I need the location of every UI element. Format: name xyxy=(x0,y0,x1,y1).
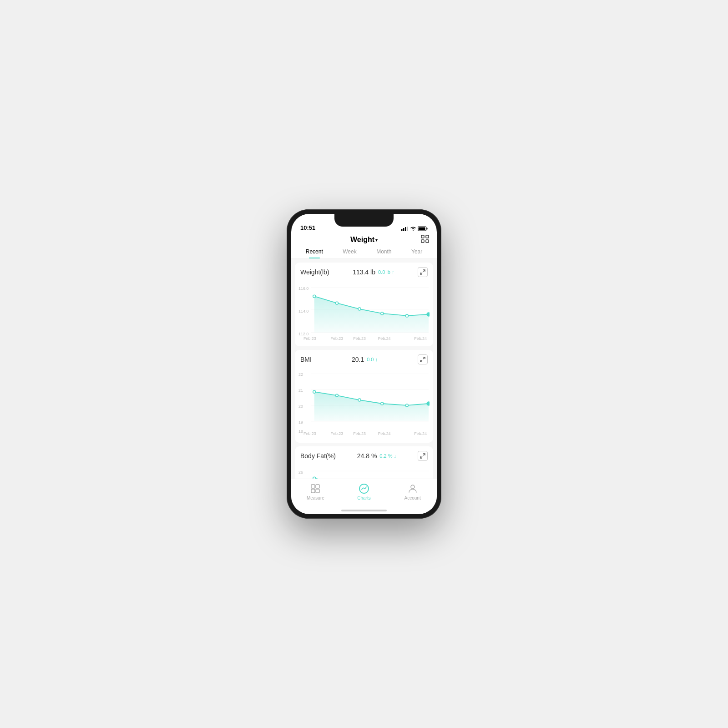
svg-rect-3 xyxy=(407,227,408,231)
svg-text:22: 22 xyxy=(298,372,303,377)
svg-text:20: 20 xyxy=(298,404,303,409)
svg-text:Feb.23: Feb.23 xyxy=(303,431,316,436)
svg-rect-69 xyxy=(311,485,315,488)
weight-chart-svg: 116.0 114.0 112.0 xyxy=(298,282,430,341)
account-label: Account xyxy=(404,495,421,500)
bodyfat-title: Body Fat(%) xyxy=(300,452,336,460)
svg-rect-9 xyxy=(421,240,424,243)
bmi-value-area: 20.1 0.0 ↑ xyxy=(352,356,378,363)
scroll-content[interactable]: Weight(lb) 113.4 lb 0.0 lb ↑ xyxy=(291,259,437,479)
svg-point-44 xyxy=(381,402,384,405)
svg-rect-70 xyxy=(316,485,319,488)
bmi-change: 0.0 ↑ xyxy=(367,357,378,362)
svg-point-19 xyxy=(313,295,316,298)
svg-text:18: 18 xyxy=(298,429,303,434)
bmi-header: BMI 20.1 0.0 ↑ xyxy=(295,350,433,367)
status-icons xyxy=(401,226,428,231)
app-title: Weight xyxy=(350,236,374,244)
bodyfat-change: 0.2 % ↓ xyxy=(379,453,396,459)
weight-value: 113.4 lb xyxy=(353,268,375,276)
svg-text:116.0: 116.0 xyxy=(298,286,308,291)
svg-point-24 xyxy=(427,313,430,316)
svg-text:Feb.24: Feb.24 xyxy=(378,336,391,341)
bodyfat-chart-svg: 26 24 xyxy=(298,465,430,479)
bmi-chart-area: 22 21 20 19 18 xyxy=(295,367,433,443)
weight-card: Weight(lb) 113.4 lb 0.0 lb ↑ xyxy=(295,263,433,346)
tab-bar: Recent Week Month Year xyxy=(291,247,437,259)
charts-label: Charts xyxy=(357,495,370,500)
phone-screen: 10:51 xyxy=(291,214,437,514)
svg-rect-2 xyxy=(405,227,406,231)
svg-text:Feb.23: Feb.23 xyxy=(331,336,344,341)
svg-text:26: 26 xyxy=(298,470,303,475)
svg-point-23 xyxy=(405,314,408,317)
svg-text:Feb.23: Feb.23 xyxy=(331,431,344,436)
bottom-nav: Measure Charts Account xyxy=(291,479,437,510)
bmi-value: 20.1 xyxy=(352,356,364,363)
weight-title: Weight(lb) xyxy=(300,268,329,276)
weight-header: Weight(lb) 113.4 lb 0.0 lb ↑ xyxy=(295,263,433,280)
svg-point-74 xyxy=(411,485,415,489)
bodyfat-value: 24.8 % xyxy=(357,452,377,460)
svg-rect-10 xyxy=(426,240,429,243)
svg-text:Feb.23: Feb.23 xyxy=(303,336,316,341)
dropdown-arrow: ▾ xyxy=(375,238,378,243)
svg-point-46 xyxy=(427,402,430,405)
charts-icon xyxy=(358,483,370,495)
svg-text:Feb.23: Feb.23 xyxy=(353,431,366,436)
weight-change: 0.0 lb ↑ xyxy=(378,269,394,275)
account-icon xyxy=(407,483,419,495)
bodyfat-expand-button[interactable] xyxy=(418,451,428,461)
status-time: 10:51 xyxy=(300,224,315,231)
svg-point-43 xyxy=(358,399,361,401)
measure-icon xyxy=(309,483,321,495)
svg-point-41 xyxy=(313,390,316,393)
svg-rect-6 xyxy=(419,228,425,230)
svg-rect-7 xyxy=(421,235,424,238)
svg-text:Feb.24: Feb.24 xyxy=(414,431,427,436)
svg-rect-0 xyxy=(401,229,403,231)
svg-text:114.0: 114.0 xyxy=(298,309,308,313)
svg-point-21 xyxy=(358,308,361,310)
svg-text:21: 21 xyxy=(298,388,303,393)
bmi-card: BMI 20.1 0.0 ↑ xyxy=(295,350,433,443)
app-header: Weight ▾ xyxy=(291,234,437,247)
weight-expand-button[interactable] xyxy=(418,267,428,277)
svg-rect-72 xyxy=(316,489,319,493)
bmi-expand-button[interactable] xyxy=(418,354,428,364)
nav-account[interactable]: Account xyxy=(399,483,426,500)
battery-icon xyxy=(418,226,428,231)
notch xyxy=(334,214,394,227)
svg-rect-1 xyxy=(403,228,404,231)
svg-text:Feb.24: Feb.24 xyxy=(378,431,391,436)
svg-rect-8 xyxy=(426,235,429,238)
weight-chart-area: 116.0 114.0 112.0 xyxy=(295,280,433,346)
bodyfat-header: Body Fat(%) 24.8 % 0.2 % ↓ xyxy=(295,446,433,464)
svg-point-22 xyxy=(381,312,384,315)
bodyfat-card: Body Fat(%) 24.8 % 0.2 % ↓ xyxy=(295,446,433,479)
home-indicator xyxy=(341,510,387,511)
svg-text:Feb.23: Feb.23 xyxy=(353,336,366,341)
title-area[interactable]: Weight ▾ xyxy=(350,236,378,244)
tab-recent[interactable]: Recent xyxy=(302,247,327,257)
svg-text:112.0: 112.0 xyxy=(298,332,308,336)
bmi-title: BMI xyxy=(300,356,312,363)
settings-button[interactable] xyxy=(420,234,430,246)
tab-month[interactable]: Month xyxy=(373,247,395,257)
svg-rect-5 xyxy=(427,228,428,230)
phone-frame: 10:51 xyxy=(287,209,441,519)
nav-charts[interactable]: Charts xyxy=(350,483,378,500)
measure-label: Measure xyxy=(307,495,324,500)
bodyfat-value-area: 24.8 % 0.2 % ↓ xyxy=(357,452,396,460)
bmi-chart-svg: 22 21 20 19 18 xyxy=(298,369,430,437)
weight-value-area: 113.4 lb 0.0 lb ↑ xyxy=(353,268,394,276)
bodyfat-chart-area: 26 24 xyxy=(295,464,433,479)
svg-rect-71 xyxy=(311,489,315,493)
svg-point-20 xyxy=(335,302,338,304)
tab-year[interactable]: Year xyxy=(408,247,426,257)
svg-point-42 xyxy=(335,394,338,397)
signal-icon xyxy=(401,227,409,231)
tab-week[interactable]: Week xyxy=(339,247,360,257)
nav-measure[interactable]: Measure xyxy=(302,483,329,500)
svg-text:19: 19 xyxy=(298,420,303,425)
